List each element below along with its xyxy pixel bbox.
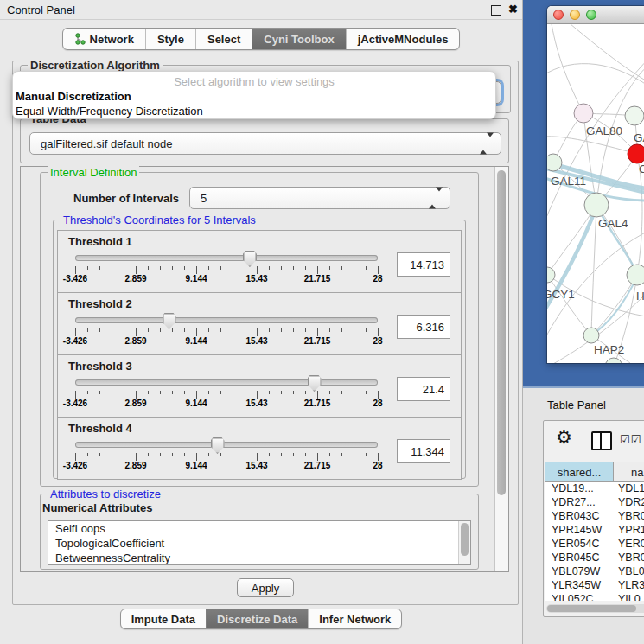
list-scrollbar-thumb[interactable] <box>461 523 469 556</box>
threshold-value-field[interactable]: 6.316 <box>397 315 450 339</box>
tick-mark <box>257 328 258 336</box>
table-row[interactable]: YDR27...YDR2 <box>545 496 644 510</box>
slider-track[interactable] <box>75 255 378 261</box>
network-node[interactable] <box>584 193 609 217</box>
list-scrollbar[interactable] <box>458 521 470 564</box>
tick-label: -3.426 <box>63 336 87 346</box>
tick-label: 28 <box>373 461 382 470</box>
network-node[interactable] <box>628 144 644 163</box>
network-node[interactable] <box>605 358 622 363</box>
tick-mark <box>366 453 367 456</box>
popup-option[interactable]: Manual Discretization <box>13 89 495 104</box>
select-columns-icon[interactable]: ☑☑ <box>620 433 641 446</box>
panel-title: Control Panel <box>7 3 75 16</box>
threshold-panel-3: Threshold 3-3.4262.8599.14415.4321.71528… <box>57 354 462 418</box>
table-row[interactable]: YER054CYER0 <box>545 538 644 552</box>
attribute-list-item[interactable]: SelfLoops <box>48 521 470 536</box>
close-icon[interactable]: ✖ <box>508 3 518 16</box>
tick-mark <box>136 266 137 274</box>
slider-track[interactable] <box>75 317 378 323</box>
tab-style[interactable]: Style <box>145 29 195 49</box>
tick-mark <box>87 391 88 394</box>
threshold-value-field[interactable]: 14.713 <box>397 252 450 277</box>
slider-tick-labels: -3.4262.8599.14415.4321.71528 <box>75 399 378 409</box>
table-row[interactable]: YLR345WYLR3 <box>545 579 644 593</box>
vertical-scrollbar-thumb[interactable] <box>497 170 506 495</box>
minimize-traffic-light-icon[interactable] <box>570 10 580 20</box>
slider-track[interactable] <box>75 379 378 386</box>
float-window-icon[interactable] <box>491 5 501 16</box>
horizontal-scrollbar-thumb[interactable] <box>547 605 636 612</box>
thresholds-group: Threshold's Coordinates for 5 Intervals … <box>53 220 466 479</box>
number-of-intervals-combo[interactable]: 5 <box>189 187 450 209</box>
table-row[interactable]: YBR045CYBR0 <box>545 552 644 565</box>
combo-stepper-icon <box>429 192 443 205</box>
tick-mark <box>208 453 209 456</box>
attributes-group: Attributes to discretize Numerical Attri… <box>40 494 479 570</box>
tick-mark <box>245 328 245 332</box>
tick-mark <box>172 328 173 332</box>
horizontal-scrollbar[interactable] <box>546 604 644 613</box>
network-edge <box>547 227 644 344</box>
network-node[interactable] <box>625 106 644 125</box>
bottom-tab-impute-data[interactable]: Impute Data <box>121 609 206 628</box>
tick-mark <box>257 453 258 461</box>
control-panel-titlebar: Control Panel ✖ <box>0 0 522 20</box>
zoom-traffic-light-icon[interactable] <box>586 10 596 20</box>
cell-name: YBL0 <box>613 565 644 579</box>
table-row[interactable]: YPR145WYPR1 <box>545 524 644 538</box>
tick-mark <box>293 453 294 456</box>
popup-option[interactable]: Equal Width/Frequency Discretization <box>13 104 495 118</box>
vertical-scrollbar[interactable] <box>494 167 508 571</box>
tick-mark <box>341 391 342 394</box>
slider-track[interactable] <box>75 442 378 448</box>
bottom-tab-infer-network[interactable]: Infer Network <box>308 609 401 628</box>
numerical-attributes-list[interactable]: SelfLoopsTopologicalCoefficientBetweenne… <box>48 520 471 565</box>
bottom-tab-discretize-data[interactable]: Discretize Data <box>206 609 308 628</box>
column-header-name[interactable]: na <box>614 462 644 481</box>
tab-jactivemnodules[interactable]: jActiveMNodules <box>346 29 460 49</box>
tab-network[interactable]: Network <box>63 29 145 49</box>
column-header-shared-name[interactable]: shared... <box>545 462 614 481</box>
tick-label: -3.426 <box>63 274 87 284</box>
close-traffic-light-icon[interactable] <box>553 10 564 20</box>
tick-mark <box>378 266 379 274</box>
gear-icon[interactable]: ⚙ <box>556 427 572 448</box>
tick-mark <box>317 328 318 336</box>
attribute-list-item[interactable]: BetweennessCentrality <box>48 551 470 565</box>
network-node[interactable] <box>583 328 599 343</box>
table-row[interactable]: YBL079WYBL0 <box>545 565 644 579</box>
cell-name: YPR1 <box>613 524 644 538</box>
column-layout-icon[interactable] <box>591 431 612 450</box>
tick-mark <box>196 391 197 399</box>
cyni-toolbox-panel: Discretization Algorithm Select algorith… <box>12 61 519 605</box>
network-canvas[interactable]: GAL80GACGAL11GAL4GCY1HHAP2 <box>547 24 644 363</box>
attribute-list-item[interactable]: TopologicalCoefficient <box>48 536 470 551</box>
tick-mark <box>245 453 245 456</box>
table-data-combo[interactable]: galFiltered.sif default node <box>29 132 501 155</box>
threshold-value-field[interactable]: 21.4 <box>397 377 450 401</box>
tab-cyni-toolbox[interactable]: Cyni Toolbox <box>252 29 345 49</box>
network-node[interactable] <box>547 267 555 283</box>
tab-label: Network <box>90 33 134 46</box>
threshold-value-field[interactable]: 11.344 <box>397 439 450 463</box>
tick-mark <box>112 266 112 270</box>
network-node[interactable] <box>574 104 593 123</box>
slider-ticks <box>75 389 378 398</box>
slider-ticks <box>75 265 378 273</box>
tick-mark <box>124 266 124 270</box>
tick-mark <box>281 391 282 394</box>
table-row[interactable]: YDL19...YDL1 <box>545 482 644 496</box>
apply-button[interactable]: Apply <box>237 578 295 597</box>
network-node[interactable] <box>547 154 562 171</box>
tick-mark <box>305 453 306 456</box>
table-row[interactable]: YBR043CYBR0 <box>545 510 644 524</box>
tick-mark <box>329 391 330 394</box>
network-node[interactable] <box>627 265 644 285</box>
network-node-label: H <box>636 290 644 303</box>
tick-label: 28 <box>373 274 382 284</box>
tick-mark <box>148 328 149 332</box>
tab-select[interactable]: Select <box>195 29 252 49</box>
table-row[interactable]: YIL052CYIL0 <box>545 593 644 601</box>
combo-stepper-icon <box>480 137 494 150</box>
